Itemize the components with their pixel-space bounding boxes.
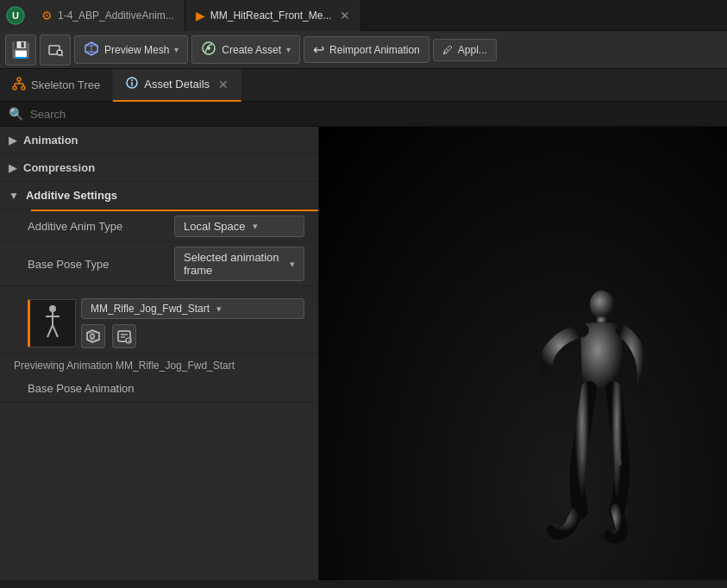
anim-asset-container: MM_Rifle_Jog_Fwd_Start ▾ [0, 286, 318, 354]
compression-section-header[interactable]: ▶ Compression [0, 154, 318, 182]
tab-hitreact-label: MM_HitReact_Front_Me... [210, 9, 332, 22]
reimport-icon: ↩ [313, 41, 324, 58]
tab-skeleton-tree[interactable]: Skeleton Tree [0, 69, 113, 102]
svg-point-19 [131, 79, 133, 81]
additive-anim-type-dropdown[interactable]: Local Space ▾ [174, 216, 304, 237]
anim-action-row [81, 324, 304, 348]
svg-line-24 [47, 325, 53, 337]
base-pose-type-value: Selected animation frame ▾ [174, 247, 304, 281]
additive-arrow-icon: ▼ [9, 190, 19, 202]
left-panel: ▶ Animation ▶ Compression ▼ Additive Set… [0, 127, 319, 580]
create-asset-label: Create Asset [222, 44, 281, 56]
anim-name-row: MM_Rifle_Jog_Fwd_Start ▾ [81, 298, 304, 319]
additive-settings-label: Additive Settings [26, 189, 117, 202]
skeleton-tree-icon [12, 77, 26, 93]
svg-line-25 [53, 325, 58, 337]
svg-line-4 [62, 54, 64, 56]
reimport-button[interactable]: ↩ Reimport Animation [304, 36, 429, 63]
base-pose-type-row: Base Pose Type Selected animation frame … [0, 242, 318, 286]
toolbar: 💾 Preview Mesh ▾ Create Asset [0, 31, 727, 69]
base-pose-animation-label: Base Pose Animation [28, 382, 174, 395]
anim-name-selected: MM_Rifle_Jog_Fwd_Start [91, 303, 210, 315]
compression-arrow-icon: ▶ [9, 162, 16, 174]
asset-details-icon [125, 76, 139, 92]
anim-selector: MM_Rifle_Jog_Fwd_Start ▾ [28, 298, 304, 348]
apply-button[interactable]: 🖊 Appl... [433, 39, 497, 61]
asset-details-label: Asset Details [144, 78, 210, 91]
animation-section-header[interactable]: ▶ Animation [0, 127, 318, 154]
right-panel [319, 127, 727, 580]
additive-anim-type-chevron: ▾ [253, 221, 258, 232]
svg-point-10 [207, 47, 210, 50]
preview-label: Previewing Animation MM_Rifle_Jog_Fwd_St… [0, 354, 318, 375]
svg-point-11 [17, 78, 21, 81]
search-bar: 🔍 [0, 102, 727, 127]
svg-point-21 [49, 305, 56, 312]
apply-icon: 🖊 [442, 44, 453, 56]
preview-mesh-button[interactable]: Preview Mesh ▾ [74, 35, 188, 64]
animation-section-label: Animation [23, 134, 78, 147]
base-pose-type-dropdown[interactable]: Selected animation frame ▾ [174, 247, 304, 281]
reimport-label: Reimport Animation [329, 44, 420, 56]
svg-point-33 [126, 338, 131, 343]
create-asset-button[interactable]: Create Asset ▾ [191, 35, 300, 64]
additive-settings-header[interactable]: ▼ Additive Settings [0, 182, 318, 210]
create-asset-icon [201, 41, 216, 59]
additive-settings-wrapper: ▼ Additive Settings [0, 182, 318, 211]
base-pose-type-selected: Selected animation frame [184, 251, 283, 277]
base-pose-type-chevron: ▾ [290, 259, 295, 270]
tab-hitreact[interactable]: ▶ MM_HitReact_Front_Me... ✕ [185, 0, 362, 31]
tab-hitreact-close[interactable]: ✕ [340, 9, 350, 22]
title-bar: U ⚙ 1-4_ABP_AdditiveAnim... ▶ MM_HitReac… [0, 0, 727, 31]
tab-asset-details[interactable]: Asset Details ✕ [113, 69, 241, 102]
browse-button[interactable] [40, 34, 71, 66]
additive-anim-type-row: Additive Anim Type Local Space ▾ [0, 211, 318, 242]
preview-mesh-icon [84, 41, 99, 59]
create-asset-chevron: ▾ [286, 45, 291, 54]
use-anim-button[interactable] [112, 324, 136, 348]
anim-name-dropdown[interactable]: MM_Rifle_Jog_Fwd_Start ▾ [81, 298, 304, 319]
figure-silhouette [520, 287, 710, 580]
base-pose-type-label: Base Pose Type [28, 258, 174, 271]
browse-anim-button[interactable] [81, 324, 105, 348]
animation-arrow-icon: ▶ [9, 134, 16, 147]
anim-name-chevron: ▾ [216, 303, 222, 315]
svg-point-17 [22, 86, 25, 90]
compression-section-label: Compression [23, 161, 95, 174]
panel-tabs: Skeleton Tree Asset Details ✕ [0, 69, 727, 102]
additive-anim-type-value: Local Space ▾ [174, 216, 304, 237]
tab-abp[interactable]: ⚙ 1-4_ABP_AdditiveAnim... [31, 0, 185, 31]
additive-anim-type-label: Additive Anim Type [28, 220, 174, 233]
apply-label: Appl... [458, 44, 487, 56]
preview-viewport[interactable] [319, 127, 727, 580]
asset-details-close[interactable]: ✕ [218, 78, 229, 91]
save-button[interactable]: 💾 [5, 34, 36, 66]
preview-mesh-label: Preview Mesh [104, 44, 169, 56]
search-icon: 🔍 [9, 107, 23, 121]
main-content: ▶ Animation ▶ Compression ▼ Additive Set… [0, 127, 727, 580]
additive-orange-underline [31, 210, 318, 211]
tab-abp-label: 1-4_ABP_AdditiveAnim... [58, 9, 174, 22]
anim-thumbnail [28, 299, 76, 347]
anim-right-panel: MM_Rifle_Jog_Fwd_Start ▾ [81, 298, 304, 348]
base-pose-animation-row: Base Pose Animation [0, 375, 318, 403]
svg-point-16 [13, 86, 16, 90]
svg-point-34 [590, 291, 614, 318]
svg-point-3 [57, 50, 62, 55]
search-input[interactable] [30, 108, 718, 121]
tab-hitreact-icon: ▶ [196, 9, 205, 22]
skeleton-tree-label: Skeleton Tree [31, 78, 100, 91]
tab-abp-icon: ⚙ [41, 9, 53, 22]
preview-mesh-chevron: ▾ [174, 45, 179, 54]
svg-text:U: U [12, 10, 19, 21]
app-icon: U [0, 0, 31, 31]
additive-anim-type-selected: Local Space [184, 220, 246, 233]
